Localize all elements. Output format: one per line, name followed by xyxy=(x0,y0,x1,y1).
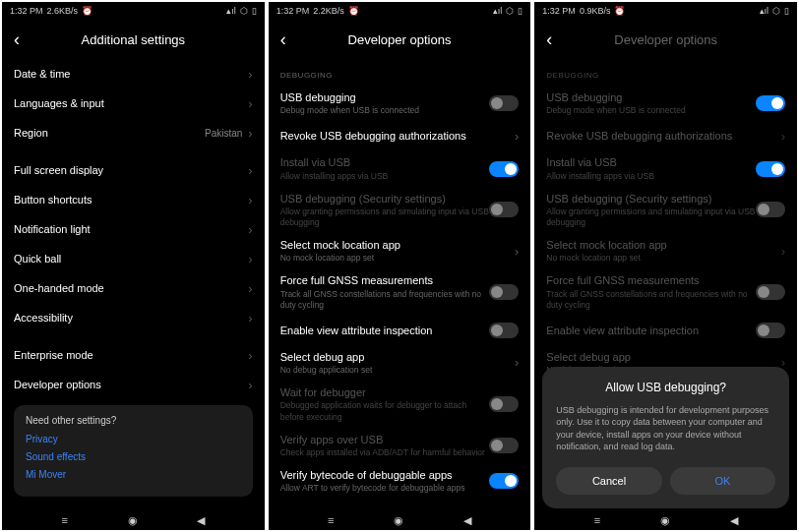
settings-row[interactable]: Select mock location appNo mock location… xyxy=(280,233,520,268)
settings-row[interactable]: Languages & input› xyxy=(14,89,253,118)
settings-row[interactable]: Wait for debuggerDebugged application wa… xyxy=(280,381,520,427)
screen-developer-options-dialog: 1:32 PM 0.9KB/s ⏰ ▴ıl ⬡ ▯ ‹ Developer op… xyxy=(534,2,797,530)
screen-additional-settings: 1:32 PM 2.6KB/s ⏰ ▴ıl ⬡ ▯ ‹ Additional s… xyxy=(2,2,265,530)
header: ‹ Additional settings xyxy=(2,20,265,59)
settings-row[interactable]: Revoke USB debugging authorizations› xyxy=(280,121,520,150)
back-button[interactable]: ‹ xyxy=(280,30,300,48)
settings-row[interactable]: Enterprise mode› xyxy=(14,340,253,370)
row-title: Enable view attribute inspection xyxy=(546,324,756,337)
back-button[interactable]: ‹ xyxy=(14,30,33,48)
toggle-switch[interactable] xyxy=(489,323,519,338)
card-link[interactable]: Mi Mover xyxy=(26,469,241,480)
settings-row[interactable]: Quick ball› xyxy=(14,244,253,273)
row-subtitle: Allow granting permissions and simulatin… xyxy=(546,207,756,228)
status-bar: 1:32 PM 2.6KB/s ⏰ ▴ıl ⬡ ▯ xyxy=(2,2,265,20)
settings-row[interactable]: Enable view attribute inspection xyxy=(546,316,785,345)
row-title: Verify bytecode of debuggable apps xyxy=(280,468,490,482)
nav-home-icon[interactable]: ◉ xyxy=(660,514,670,527)
nav-menu-icon[interactable]: ≡ xyxy=(328,514,334,526)
nav-menu-icon[interactable]: ≡ xyxy=(61,514,67,526)
row-subtitle: No mock location app set xyxy=(546,253,780,264)
status-bar: 1:32 PM 0.9KB/s ⏰ ▴ıl ⬡ ▯ xyxy=(534,2,797,20)
chevron-right-icon: › xyxy=(781,129,785,144)
row-subtitle: Allow installing apps via USB xyxy=(280,171,490,182)
settings-row[interactable]: Force full GNSS measurementsTrack all GN… xyxy=(280,268,520,315)
signal-icon: ▴ıl xyxy=(226,6,236,16)
chevron-right-icon: › xyxy=(248,67,252,82)
row-subtitle: No mock location app set xyxy=(280,253,515,264)
chevron-right-icon: › xyxy=(248,193,252,207)
settings-row[interactable]: Force full GNSS measurementsTrack all GN… xyxy=(546,268,785,315)
status-time: 1:32 PM xyxy=(277,6,310,16)
nav-home-icon[interactable]: ◉ xyxy=(394,514,403,527)
signal-icon: ▴ıl xyxy=(493,6,503,16)
settings-list[interactable]: Date & time›Languages & input›RegionPaki… xyxy=(2,59,265,510)
settings-row[interactable]: USB debugging (Security settings)Allow g… xyxy=(280,187,520,233)
row-title: Full screen display xyxy=(14,163,248,177)
settings-row[interactable]: Enable view attribute inspection xyxy=(280,316,520,345)
nav-back-icon[interactable]: ◀ xyxy=(197,514,205,527)
chevron-right-icon: › xyxy=(248,378,252,392)
chevron-right-icon: › xyxy=(515,355,519,370)
status-net: 2.2KB/s xyxy=(313,6,344,16)
settings-row[interactable]: Developer options› xyxy=(14,370,253,399)
settings-row[interactable]: USB debugging (Security settings)Allow g… xyxy=(546,187,785,233)
cancel-button[interactable]: Cancel xyxy=(556,467,661,495)
settings-row[interactable]: Button shortcuts› xyxy=(14,185,253,214)
row-title: Notification light xyxy=(14,222,248,236)
usb-debugging-dialog: Allow USB debugging? USB debugging is in… xyxy=(542,367,789,508)
settings-row[interactable]: Install via USBAllow installing apps via… xyxy=(280,150,520,186)
settings-row[interactable]: RegionPakistan› xyxy=(14,118,253,148)
row-title: Verify apps over USB xyxy=(280,433,490,446)
toggle-switch[interactable] xyxy=(489,438,519,453)
settings-list[interactable]: DEBUGGING USB debuggingDebug mode when U… xyxy=(269,59,531,510)
toggle-switch[interactable] xyxy=(489,473,519,489)
toggle-switch[interactable] xyxy=(489,161,519,177)
settings-row[interactable]: Install via USBAllow installing apps via… xyxy=(546,150,785,186)
row-title: Force full GNSS measurements xyxy=(280,273,490,287)
toggle-switch[interactable] xyxy=(489,95,519,111)
settings-row[interactable]: Select mock location appNo mock location… xyxy=(546,233,785,268)
row-title: USB debugging xyxy=(546,90,756,104)
chevron-right-icon: › xyxy=(248,222,252,237)
toggle-switch[interactable] xyxy=(489,202,519,217)
toggle-switch[interactable] xyxy=(489,396,519,412)
row-title: Select debug app xyxy=(280,350,515,364)
status-time: 1:32 PM xyxy=(542,6,576,16)
row-title: Revoke USB debugging authorizations xyxy=(546,129,780,143)
settings-row[interactable]: Notification light› xyxy=(14,214,253,244)
settings-row[interactable]: Full screen display› xyxy=(14,155,253,185)
status-net: 0.9KB/s xyxy=(580,6,611,16)
section-header: DEBUGGING xyxy=(546,71,785,80)
settings-row[interactable]: USB debuggingDebug mode when USB is conn… xyxy=(546,86,785,121)
nav-menu-icon[interactable]: ≡ xyxy=(594,514,600,526)
settings-row[interactable]: Verify bytecode of debuggable appsAllow … xyxy=(280,463,520,499)
settings-row[interactable]: USB debuggingDebug mode when USB is conn… xyxy=(280,86,520,121)
settings-row[interactable]: Date & time› xyxy=(14,59,253,89)
settings-row[interactable]: Revoke USB debugging authorizations› xyxy=(546,121,785,150)
nav-back-icon[interactable]: ◀ xyxy=(730,514,738,527)
ok-button[interactable]: OK xyxy=(670,467,775,495)
row-value: Pakistan xyxy=(205,128,242,139)
chevron-right-icon: › xyxy=(248,281,252,296)
settings-row[interactable]: Accessibility› xyxy=(14,303,253,332)
nav-back-icon[interactable]: ◀ xyxy=(463,514,471,527)
card-link[interactable]: Privacy xyxy=(26,434,241,444)
nav-bar: ≡ ◉ ◀ xyxy=(2,510,265,530)
chevron-right-icon: › xyxy=(248,126,252,141)
card-link[interactable]: Sound effects xyxy=(26,451,241,462)
row-subtitle: Debugged application waits for debugger … xyxy=(280,400,490,422)
page-title: Developer options xyxy=(300,32,500,47)
row-title: Date & time xyxy=(14,67,248,81)
nav-home-icon[interactable]: ◉ xyxy=(128,514,138,527)
back-button[interactable]: ‹ xyxy=(546,30,566,48)
row-title: USB debugging (Security settings) xyxy=(280,192,490,206)
toggle-switch[interactable] xyxy=(489,284,519,300)
row-title: Developer options xyxy=(14,378,248,391)
status-net: 2.6KB/s xyxy=(47,6,79,16)
settings-row[interactable]: One-handed mode› xyxy=(14,273,253,303)
settings-row[interactable]: Verify apps over USBCheck apps installed… xyxy=(280,428,520,463)
row-subtitle: Track all GNSS constellations and freque… xyxy=(280,289,490,311)
settings-row[interactable]: Select debug appNo debug application set… xyxy=(280,345,520,381)
row-title: One-handed mode xyxy=(14,281,248,295)
